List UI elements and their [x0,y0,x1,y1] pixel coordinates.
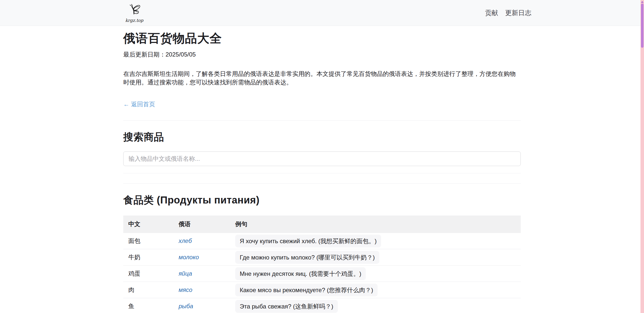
butterfly-logo-icon [127,3,141,18]
table-header-row: 中文 俄语 例句 [123,216,521,233]
item-russian-link[interactable]: рыба [179,303,193,309]
search-heading: 搜索商品 [123,130,521,144]
item-russian-link[interactable]: мясо [179,286,192,293]
logo-text: krgz.top [125,18,143,23]
divider [123,183,521,184]
header-nav: 贡献 更新日志 [485,10,531,16]
search-input[interactable] [123,151,521,166]
food-category-section: 食品类 (Продукты питания) 中文 俄语 例句 面包хлебЯ … [123,193,521,313]
column-header-chinese: 中文 [123,216,174,233]
table-row: 鱼рыбаЭта рыба свежая? (这鱼新鲜吗？) [123,298,521,313]
nav-link-contribute[interactable]: 贡献 [485,10,498,16]
item-russian-cell: мясо [174,282,230,298]
example-cell: Где можно купить молоко? (哪里可以买到牛奶？) [230,249,521,266]
example-sentence: Какое мясо вы рекомендуете? (您推荐什么肉？) [235,284,378,296]
divider [123,173,521,173]
main-content: 俄语百货物品大全 最后更新日期：2025/05/05 在吉尔吉斯斯坦生活期间，了… [123,26,521,313]
page-title: 俄语百货物品大全 [123,30,521,46]
example-cell: Я хочу купить свежий хлеб. (我想买新鲜的面包。) [230,233,521,249]
scroll-up-arrow-icon[interactable] [641,1,643,3]
last-updated-label: 最后更新日期： [123,51,166,58]
example-cell: Какое мясо вы рекомендуете? (您推荐什么肉？) [230,282,521,298]
example-sentence: Я хочу купить свежий хлеб. (我想买新鲜的面包。) [235,235,381,247]
back-home-link[interactable]: ← 返回首页 [123,101,155,108]
site-header: krgz.top 贡献 更新日志 [0,0,644,26]
table-row: 鸡蛋яйцаМне нужен десяток яиц. (我需要十个鸡蛋。) [123,266,521,282]
item-chinese: 肉 [123,282,174,298]
item-chinese: 面包 [123,233,174,249]
item-russian-link[interactable]: яйца [179,270,192,277]
table-row: 面包хлебЯ хочу купить свежий хлеб. (我想买新鲜的… [123,233,521,249]
search-section: 搜索商品 [123,130,521,166]
example-cell: Мне нужен десяток яиц. (我需要十个鸡蛋。) [230,266,521,282]
intro-paragraph: 在吉尔吉斯斯坦生活期间，了解各类日常用品的俄语表达是非常实用的。本文提供了常见百… [123,70,521,87]
nav-link-changelog[interactable]: 更新日志 [505,10,531,16]
item-russian-link[interactable]: молоко [179,254,199,260]
item-chinese: 鱼 [123,298,174,313]
divider [123,120,521,121]
column-header-example: 例句 [230,216,521,233]
scrollbar-thumb[interactable] [641,4,643,48]
column-header-russian: 俄语 [174,216,230,233]
item-russian-cell: яйца [174,266,230,282]
item-chinese: 鸡蛋 [123,266,174,282]
example-sentence: Где можно купить молоко? (哪里可以买到牛奶？) [235,251,379,264]
table-row: 牛奶молокоГде можно купить молоко? (哪里可以买到… [123,249,521,266]
table-row: 肉мясоКакое мясо вы рекомендуете? (您推荐什么肉… [123,282,521,298]
example-sentence: Эта рыба свежая? (这鱼新鲜吗？) [235,300,338,313]
example-sentence: Мне нужен десяток яиц. (我需要十个鸡蛋。) [235,267,366,280]
food-category-heading: 食品类 (Продукты питания) [123,193,521,207]
site-logo[interactable]: krgz.top [125,3,143,23]
scrollbar-track[interactable] [640,0,644,313]
item-russian-cell: хлеб [174,233,230,249]
item-chinese: 牛奶 [123,249,174,266]
item-russian-cell: рыба [174,298,230,313]
item-russian-link[interactable]: хлеб [179,237,192,244]
last-updated: 最后更新日期：2025/05/05 [123,50,521,59]
food-table-body: 面包хлебЯ хочу купить свежий хлеб. (我想买新鲜的… [123,233,521,313]
last-updated-date: 2025/05/05 [166,51,196,58]
item-russian-cell: молоко [174,249,230,266]
vocab-table: 中文 俄语 例句 面包хлебЯ хочу купить свежий хлеб… [123,216,521,313]
example-cell: Эта рыба свежая? (这鱼新鲜吗？) [230,298,521,313]
